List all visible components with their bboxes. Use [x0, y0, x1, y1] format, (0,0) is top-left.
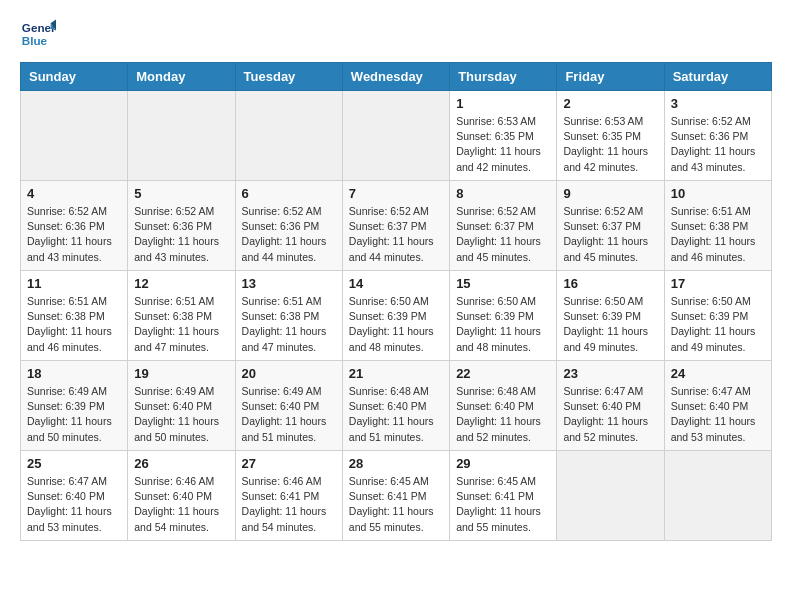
logo-icon: General Blue: [20, 16, 56, 52]
day-number: 28: [349, 456, 443, 471]
calendar-cell: 5Sunrise: 6:52 AMSunset: 6:36 PMDaylight…: [128, 181, 235, 271]
day-number: 6: [242, 186, 336, 201]
day-number: 26: [134, 456, 228, 471]
cell-info: Sunrise: 6:53 AMSunset: 6:35 PMDaylight:…: [563, 114, 657, 175]
calendar-cell: 16Sunrise: 6:50 AMSunset: 6:39 PMDayligh…: [557, 271, 664, 361]
calendar-cell: 21Sunrise: 6:48 AMSunset: 6:40 PMDayligh…: [342, 361, 449, 451]
day-number: 19: [134, 366, 228, 381]
calendar-cell: 1Sunrise: 6:53 AMSunset: 6:35 PMDaylight…: [450, 91, 557, 181]
cell-info: Sunrise: 6:49 AMSunset: 6:40 PMDaylight:…: [134, 384, 228, 445]
calendar-week-1: 1Sunrise: 6:53 AMSunset: 6:35 PMDaylight…: [21, 91, 772, 181]
calendar-cell: [128, 91, 235, 181]
col-header-thursday: Thursday: [450, 63, 557, 91]
col-header-tuesday: Tuesday: [235, 63, 342, 91]
cell-info: Sunrise: 6:51 AMSunset: 6:38 PMDaylight:…: [242, 294, 336, 355]
cell-info: Sunrise: 6:47 AMSunset: 6:40 PMDaylight:…: [563, 384, 657, 445]
day-number: 2: [563, 96, 657, 111]
calendar-cell: 6Sunrise: 6:52 AMSunset: 6:36 PMDaylight…: [235, 181, 342, 271]
day-number: 4: [27, 186, 121, 201]
day-number: 16: [563, 276, 657, 291]
calendar-cell: 25Sunrise: 6:47 AMSunset: 6:40 PMDayligh…: [21, 451, 128, 541]
cell-info: Sunrise: 6:50 AMSunset: 6:39 PMDaylight:…: [456, 294, 550, 355]
cell-info: Sunrise: 6:47 AMSunset: 6:40 PMDaylight:…: [27, 474, 121, 535]
cell-info: Sunrise: 6:52 AMSunset: 6:36 PMDaylight:…: [242, 204, 336, 265]
day-number: 10: [671, 186, 765, 201]
calendar-cell: 7Sunrise: 6:52 AMSunset: 6:37 PMDaylight…: [342, 181, 449, 271]
cell-info: Sunrise: 6:52 AMSunset: 6:36 PMDaylight:…: [27, 204, 121, 265]
col-header-monday: Monday: [128, 63, 235, 91]
calendar-cell: 3Sunrise: 6:52 AMSunset: 6:36 PMDaylight…: [664, 91, 771, 181]
cell-info: Sunrise: 6:52 AMSunset: 6:36 PMDaylight:…: [134, 204, 228, 265]
day-number: 27: [242, 456, 336, 471]
day-number: 23: [563, 366, 657, 381]
col-header-friday: Friday: [557, 63, 664, 91]
header: General Blue: [20, 16, 772, 52]
col-header-sunday: Sunday: [21, 63, 128, 91]
calendar-cell: 12Sunrise: 6:51 AMSunset: 6:38 PMDayligh…: [128, 271, 235, 361]
day-number: 17: [671, 276, 765, 291]
calendar-cell: [664, 451, 771, 541]
calendar-header: SundayMondayTuesdayWednesdayThursdayFrid…: [21, 63, 772, 91]
cell-info: Sunrise: 6:50 AMSunset: 6:39 PMDaylight:…: [563, 294, 657, 355]
calendar-cell: 22Sunrise: 6:48 AMSunset: 6:40 PMDayligh…: [450, 361, 557, 451]
day-number: 7: [349, 186, 443, 201]
cell-info: Sunrise: 6:51 AMSunset: 6:38 PMDaylight:…: [134, 294, 228, 355]
cell-info: Sunrise: 6:45 AMSunset: 6:41 PMDaylight:…: [456, 474, 550, 535]
calendar-cell: 28Sunrise: 6:45 AMSunset: 6:41 PMDayligh…: [342, 451, 449, 541]
day-number: 14: [349, 276, 443, 291]
calendar-cell: 29Sunrise: 6:45 AMSunset: 6:41 PMDayligh…: [450, 451, 557, 541]
day-number: 25: [27, 456, 121, 471]
calendar-cell: 8Sunrise: 6:52 AMSunset: 6:37 PMDaylight…: [450, 181, 557, 271]
calendar-cell: [557, 451, 664, 541]
calendar-cell: 9Sunrise: 6:52 AMSunset: 6:37 PMDaylight…: [557, 181, 664, 271]
day-number: 22: [456, 366, 550, 381]
calendar-cell: 15Sunrise: 6:50 AMSunset: 6:39 PMDayligh…: [450, 271, 557, 361]
page: General Blue SundayMondayTuesdayWednesda…: [0, 0, 792, 557]
calendar-cell: 2Sunrise: 6:53 AMSunset: 6:35 PMDaylight…: [557, 91, 664, 181]
cell-info: Sunrise: 6:49 AMSunset: 6:39 PMDaylight:…: [27, 384, 121, 445]
calendar-cell: 20Sunrise: 6:49 AMSunset: 6:40 PMDayligh…: [235, 361, 342, 451]
cell-info: Sunrise: 6:51 AMSunset: 6:38 PMDaylight:…: [27, 294, 121, 355]
calendar-cell: 11Sunrise: 6:51 AMSunset: 6:38 PMDayligh…: [21, 271, 128, 361]
calendar-cell: 18Sunrise: 6:49 AMSunset: 6:39 PMDayligh…: [21, 361, 128, 451]
cell-info: Sunrise: 6:51 AMSunset: 6:38 PMDaylight:…: [671, 204, 765, 265]
cell-info: Sunrise: 6:45 AMSunset: 6:41 PMDaylight:…: [349, 474, 443, 535]
calendar-week-5: 25Sunrise: 6:47 AMSunset: 6:40 PMDayligh…: [21, 451, 772, 541]
cell-info: Sunrise: 6:48 AMSunset: 6:40 PMDaylight:…: [456, 384, 550, 445]
cell-info: Sunrise: 6:48 AMSunset: 6:40 PMDaylight:…: [349, 384, 443, 445]
day-number: 21: [349, 366, 443, 381]
calendar-cell: 10Sunrise: 6:51 AMSunset: 6:38 PMDayligh…: [664, 181, 771, 271]
col-header-wednesday: Wednesday: [342, 63, 449, 91]
calendar-cell: 23Sunrise: 6:47 AMSunset: 6:40 PMDayligh…: [557, 361, 664, 451]
calendar-table: SundayMondayTuesdayWednesdayThursdayFrid…: [20, 62, 772, 541]
cell-info: Sunrise: 6:50 AMSunset: 6:39 PMDaylight:…: [671, 294, 765, 355]
day-number: 13: [242, 276, 336, 291]
day-number: 3: [671, 96, 765, 111]
cell-info: Sunrise: 6:49 AMSunset: 6:40 PMDaylight:…: [242, 384, 336, 445]
day-number: 29: [456, 456, 550, 471]
calendar-cell: 19Sunrise: 6:49 AMSunset: 6:40 PMDayligh…: [128, 361, 235, 451]
calendar-week-2: 4Sunrise: 6:52 AMSunset: 6:36 PMDaylight…: [21, 181, 772, 271]
calendar-cell: [235, 91, 342, 181]
calendar-cell: 14Sunrise: 6:50 AMSunset: 6:39 PMDayligh…: [342, 271, 449, 361]
calendar-cell: [21, 91, 128, 181]
day-number: 9: [563, 186, 657, 201]
day-number: 20: [242, 366, 336, 381]
calendar-cell: 17Sunrise: 6:50 AMSunset: 6:39 PMDayligh…: [664, 271, 771, 361]
cell-info: Sunrise: 6:52 AMSunset: 6:36 PMDaylight:…: [671, 114, 765, 175]
logo: General Blue: [20, 16, 56, 52]
day-number: 18: [27, 366, 121, 381]
calendar-cell: 26Sunrise: 6:46 AMSunset: 6:40 PMDayligh…: [128, 451, 235, 541]
cell-info: Sunrise: 6:50 AMSunset: 6:39 PMDaylight:…: [349, 294, 443, 355]
day-number: 15: [456, 276, 550, 291]
cell-info: Sunrise: 6:52 AMSunset: 6:37 PMDaylight:…: [563, 204, 657, 265]
cell-info: Sunrise: 6:53 AMSunset: 6:35 PMDaylight:…: [456, 114, 550, 175]
calendar-cell: [342, 91, 449, 181]
day-number: 5: [134, 186, 228, 201]
day-number: 11: [27, 276, 121, 291]
calendar-cell: 4Sunrise: 6:52 AMSunset: 6:36 PMDaylight…: [21, 181, 128, 271]
cell-info: Sunrise: 6:52 AMSunset: 6:37 PMDaylight:…: [349, 204, 443, 265]
calendar-cell: 24Sunrise: 6:47 AMSunset: 6:40 PMDayligh…: [664, 361, 771, 451]
cell-info: Sunrise: 6:52 AMSunset: 6:37 PMDaylight:…: [456, 204, 550, 265]
cell-info: Sunrise: 6:47 AMSunset: 6:40 PMDaylight:…: [671, 384, 765, 445]
